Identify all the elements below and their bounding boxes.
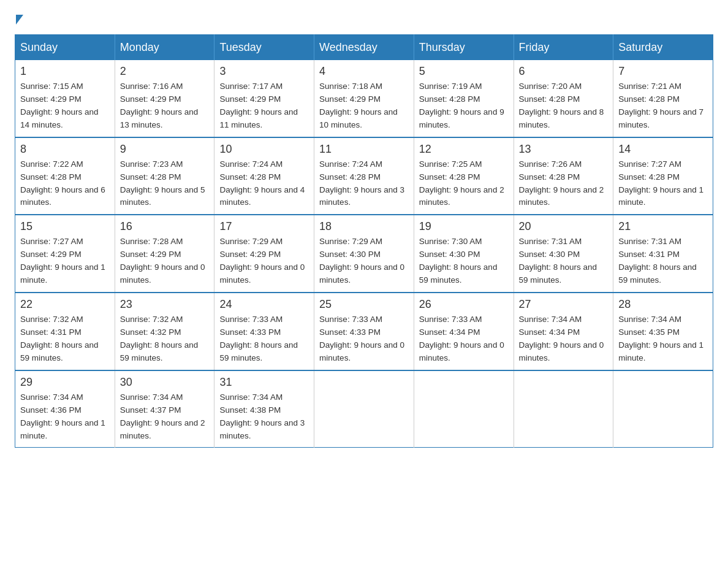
day-number: 3	[219, 65, 309, 78]
day-number: 21	[618, 220, 708, 233]
calendar-cell: 15 Sunrise: 7:27 AMSunset: 4:29 PMDaylig…	[15, 215, 115, 293]
calendar-week-4: 22 Sunrise: 7:32 AMSunset: 4:31 PMDaylig…	[15, 293, 713, 370]
day-number: 23	[120, 298, 210, 311]
calendar-cell: 9 Sunrise: 7:23 AMSunset: 4:28 PMDayligh…	[115, 137, 214, 215]
day-number: 13	[519, 143, 609, 156]
calendar-cell: 7 Sunrise: 7:21 AMSunset: 4:28 PMDayligh…	[613, 60, 713, 137]
day-number: 4	[319, 65, 409, 78]
day-number: 6	[519, 65, 609, 78]
calendar-cell: 16 Sunrise: 7:28 AMSunset: 4:29 PMDaylig…	[115, 215, 214, 293]
calendar-cell: 17 Sunrise: 7:29 AMSunset: 4:29 PMDaylig…	[214, 215, 314, 293]
day-info: Sunrise: 7:16 AMSunset: 4:29 PMDaylight:…	[120, 82, 199, 129]
weekday-header-tuesday: Tuesday	[214, 35, 314, 61]
calendar-week-5: 29 Sunrise: 7:34 AMSunset: 4:36 PMDaylig…	[15, 370, 713, 448]
day-info: Sunrise: 7:25 AMSunset: 4:28 PMDaylight:…	[419, 159, 504, 207]
day-info: Sunrise: 7:31 AMSunset: 4:31 PMDaylight:…	[618, 237, 697, 285]
day-number: 19	[419, 220, 509, 233]
day-number: 30	[120, 376, 210, 389]
day-info: Sunrise: 7:31 AMSunset: 4:30 PMDaylight:…	[519, 237, 597, 285]
day-number: 18	[319, 220, 409, 233]
calendar-cell	[314, 370, 414, 448]
day-info: Sunrise: 7:28 AMSunset: 4:29 PMDaylight:…	[120, 237, 205, 285]
weekday-header-friday: Friday	[514, 35, 613, 61]
day-info: Sunrise: 7:29 AMSunset: 4:30 PMDaylight:…	[319, 237, 404, 285]
day-number: 26	[419, 298, 509, 311]
logo-arrow-icon	[16, 15, 23, 25]
calendar-table: SundayMondayTuesdayWednesdayThursdayFrid…	[15, 34, 713, 448]
day-number: 25	[319, 298, 409, 311]
day-number: 1	[20, 65, 110, 78]
calendar-cell: 22 Sunrise: 7:32 AMSunset: 4:31 PMDaylig…	[15, 293, 115, 370]
day-number: 28	[618, 298, 708, 311]
calendar-cell: 24 Sunrise: 7:33 AMSunset: 4:33 PMDaylig…	[214, 293, 314, 370]
weekday-header-thursday: Thursday	[414, 35, 514, 61]
day-info: Sunrise: 7:17 AMSunset: 4:29 PMDaylight:…	[219, 82, 298, 129]
calendar-cell: 3 Sunrise: 7:17 AMSunset: 4:29 PMDayligh…	[214, 60, 314, 137]
day-number: 31	[219, 376, 309, 389]
logo	[15, 15, 23, 25]
day-number: 20	[519, 220, 609, 233]
calendar-cell: 10 Sunrise: 7:24 AMSunset: 4:28 PMDaylig…	[214, 137, 314, 215]
day-number: 9	[120, 143, 210, 156]
day-number: 24	[219, 298, 309, 311]
day-number: 27	[519, 298, 609, 311]
day-number: 2	[120, 65, 210, 78]
calendar-cell: 18 Sunrise: 7:29 AMSunset: 4:30 PMDaylig…	[314, 215, 414, 293]
calendar-cell: 6 Sunrise: 7:20 AMSunset: 4:28 PMDayligh…	[514, 60, 613, 137]
calendar-cell: 19 Sunrise: 7:30 AMSunset: 4:30 PMDaylig…	[414, 215, 514, 293]
day-info: Sunrise: 7:34 AMSunset: 4:35 PMDaylight:…	[618, 315, 703, 362]
day-info: Sunrise: 7:34 AMSunset: 4:34 PMDaylight:…	[519, 315, 604, 362]
weekday-header-wednesday: Wednesday	[314, 35, 414, 61]
day-number: 8	[20, 143, 110, 156]
day-info: Sunrise: 7:33 AMSunset: 4:34 PMDaylight:…	[419, 315, 504, 362]
day-info: Sunrise: 7:27 AMSunset: 4:28 PMDaylight:…	[618, 159, 703, 207]
day-info: Sunrise: 7:19 AMSunset: 4:28 PMDaylight:…	[419, 82, 504, 129]
day-info: Sunrise: 7:24 AMSunset: 4:28 PMDaylight:…	[319, 159, 404, 207]
calendar-week-3: 15 Sunrise: 7:27 AMSunset: 4:29 PMDaylig…	[15, 215, 713, 293]
calendar-cell: 31 Sunrise: 7:34 AMSunset: 4:38 PMDaylig…	[214, 370, 314, 448]
day-info: Sunrise: 7:15 AMSunset: 4:29 PMDaylight:…	[20, 82, 99, 129]
calendar-cell: 12 Sunrise: 7:25 AMSunset: 4:28 PMDaylig…	[414, 137, 514, 215]
day-info: Sunrise: 7:20 AMSunset: 4:28 PMDaylight:…	[519, 82, 604, 129]
day-number: 29	[20, 376, 110, 389]
calendar-cell: 28 Sunrise: 7:34 AMSunset: 4:35 PMDaylig…	[613, 293, 713, 370]
day-number: 17	[219, 220, 309, 233]
day-info: Sunrise: 7:34 AMSunset: 4:37 PMDaylight:…	[120, 393, 205, 440]
calendar-cell: 30 Sunrise: 7:34 AMSunset: 4:37 PMDaylig…	[115, 370, 214, 448]
day-info: Sunrise: 7:18 AMSunset: 4:29 PMDaylight:…	[319, 82, 398, 129]
weekday-header-row: SundayMondayTuesdayWednesdayThursdayFrid…	[15, 35, 713, 61]
day-number: 11	[319, 143, 409, 156]
page-header	[15, 15, 713, 25]
weekday-header-saturday: Saturday	[613, 35, 713, 61]
day-info: Sunrise: 7:34 AMSunset: 4:36 PMDaylight:…	[20, 393, 105, 440]
weekday-header-sunday: Sunday	[15, 35, 115, 61]
day-info: Sunrise: 7:33 AMSunset: 4:33 PMDaylight:…	[319, 315, 404, 362]
day-number: 22	[20, 298, 110, 311]
day-info: Sunrise: 7:32 AMSunset: 4:31 PMDaylight:…	[20, 315, 99, 362]
calendar-cell: 4 Sunrise: 7:18 AMSunset: 4:29 PMDayligh…	[314, 60, 414, 137]
calendar-cell: 26 Sunrise: 7:33 AMSunset: 4:34 PMDaylig…	[414, 293, 514, 370]
calendar-cell: 20 Sunrise: 7:31 AMSunset: 4:30 PMDaylig…	[514, 215, 613, 293]
day-number: 15	[20, 220, 110, 233]
day-info: Sunrise: 7:30 AMSunset: 4:30 PMDaylight:…	[419, 237, 498, 285]
calendar-week-2: 8 Sunrise: 7:22 AMSunset: 4:28 PMDayligh…	[15, 137, 713, 215]
calendar-cell: 14 Sunrise: 7:27 AMSunset: 4:28 PMDaylig…	[613, 137, 713, 215]
calendar-cell: 11 Sunrise: 7:24 AMSunset: 4:28 PMDaylig…	[314, 137, 414, 215]
calendar-cell: 23 Sunrise: 7:32 AMSunset: 4:32 PMDaylig…	[115, 293, 214, 370]
day-number: 5	[419, 65, 509, 78]
calendar-cell: 21 Sunrise: 7:31 AMSunset: 4:31 PMDaylig…	[613, 215, 713, 293]
calendar-cell	[414, 370, 514, 448]
day-number: 10	[219, 143, 309, 156]
calendar-cell: 27 Sunrise: 7:34 AMSunset: 4:34 PMDaylig…	[514, 293, 613, 370]
calendar-cell: 25 Sunrise: 7:33 AMSunset: 4:33 PMDaylig…	[314, 293, 414, 370]
day-info: Sunrise: 7:29 AMSunset: 4:29 PMDaylight:…	[219, 237, 305, 285]
day-info: Sunrise: 7:33 AMSunset: 4:33 PMDaylight:…	[219, 315, 298, 362]
day-number: 14	[618, 143, 708, 156]
day-info: Sunrise: 7:26 AMSunset: 4:28 PMDaylight:…	[519, 159, 604, 207]
calendar-cell: 1 Sunrise: 7:15 AMSunset: 4:29 PMDayligh…	[15, 60, 115, 137]
day-info: Sunrise: 7:24 AMSunset: 4:28 PMDaylight:…	[219, 159, 305, 207]
calendar-cell: 8 Sunrise: 7:22 AMSunset: 4:28 PMDayligh…	[15, 137, 115, 215]
day-info: Sunrise: 7:22 AMSunset: 4:28 PMDaylight:…	[20, 159, 105, 207]
day-number: 16	[120, 220, 210, 233]
calendar-week-1: 1 Sunrise: 7:15 AMSunset: 4:29 PMDayligh…	[15, 60, 713, 137]
